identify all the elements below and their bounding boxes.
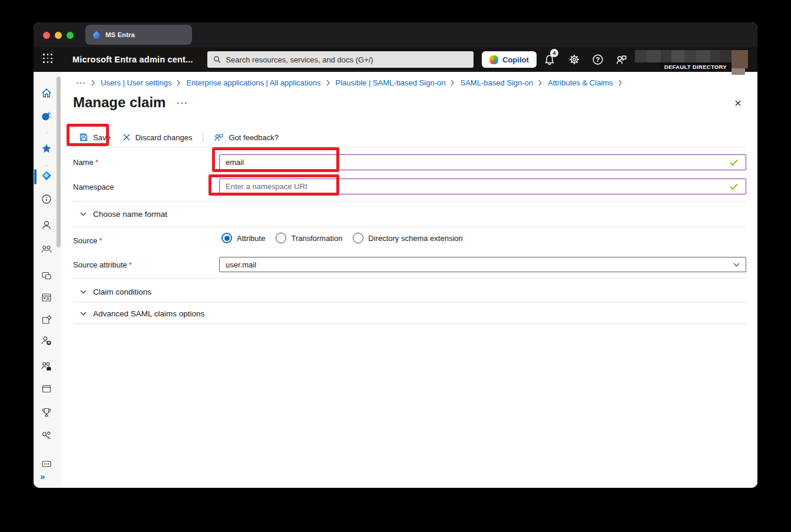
sidebar-item-home[interactable] — [40, 87, 53, 100]
sidebar-scrollbar[interactable] — [57, 77, 61, 247]
claim-conditions-section[interactable]: Claim conditions — [80, 285, 151, 299]
devices-icon — [41, 270, 52, 282]
radio-transformation[interactable]: Transformation — [276, 233, 342, 243]
name-input[interactable] — [219, 154, 746, 170]
divider — [73, 201, 746, 201]
required-mark: * — [129, 260, 132, 269]
awards-icon — [41, 407, 52, 418]
users-icon — [41, 219, 52, 231]
whats-new-icon — [41, 110, 52, 122]
divider — [73, 227, 746, 227]
app-title: Microsoft Entra admin cent... — [72, 47, 193, 72]
notification-count-badge: 4 — [550, 49, 558, 57]
zoom-window-button[interactable] — [67, 32, 74, 39]
search-input[interactable] — [226, 55, 468, 64]
copilot-button[interactable]: Copilot — [482, 51, 537, 68]
sidebar-item-users[interactable] — [40, 219, 53, 232]
copilot-icon — [489, 55, 498, 64]
divider — [73, 323, 746, 324]
sidebar-separator-dot — [46, 165, 47, 166]
discard-changes-button[interactable]: Discard changes — [117, 130, 198, 145]
chevron-right-icon — [451, 80, 455, 86]
sidebar-item-devices[interactable] — [40, 269, 53, 282]
sidebar-item-applications[interactable] — [40, 291, 53, 304]
sidebar-item-entra-id[interactable] — [40, 169, 53, 182]
sidebar-item-awards[interactable] — [40, 406, 53, 419]
advanced-saml-options-section[interactable]: Advanced SAML claims options — [80, 306, 204, 320]
search-icon — [213, 55, 221, 64]
radio-attribute[interactable]: Attribute — [221, 233, 265, 243]
choose-name-format-section[interactable]: Choose name format — [80, 207, 167, 221]
sidebar-item-roles-admins[interactable] — [40, 334, 53, 347]
close-panel-icon[interactable]: ✕ — [732, 97, 744, 110]
settings-gear-icon[interactable] — [568, 54, 580, 65]
radio-unselected-icon — [353, 233, 363, 243]
screen: MS Entra Microsoft Entra admin cent... C… — [0, 0, 791, 532]
chevron-down-icon — [80, 212, 87, 216]
account-name-blurred — [635, 50, 732, 62]
billing-icon — [41, 383, 52, 395]
breadcrumb-item[interactable]: Plausible | SAML-based Sign-on — [336, 78, 446, 87]
minimize-window-button[interactable] — [55, 32, 62, 39]
sidebar-item-overview[interactable] — [40, 193, 53, 206]
source-attribute-field-label: Source attribute* — [73, 260, 132, 269]
sidebar-expand-button[interactable]: » — [40, 471, 44, 481]
tab-title: MS Entra — [105, 31, 135, 38]
identity-keys-icon — [41, 430, 52, 442]
directory-label: DEFAULT DIRECTORY — [660, 62, 732, 71]
save-button[interactable]: Save — [73, 130, 117, 145]
namespace-input[interactable] — [219, 179, 746, 194]
feedback-label: Got feedback? — [229, 133, 279, 142]
breadcrumb-item[interactable]: Enterprise applications | All applicatio… — [186, 78, 320, 87]
sidebar-item-external-identities[interactable] — [40, 360, 53, 373]
entra-header: Microsoft Entra admin cent... Copilot 4 — [34, 47, 757, 72]
chevron-down-icon — [80, 290, 87, 294]
source-radio-group: Attribute Transformation Directory schem… — [221, 231, 463, 245]
breadcrumb-item[interactable]: SAML-based Sign-on — [460, 78, 533, 87]
sidebar-item-favorites[interactable] — [40, 142, 53, 155]
section-label: Advanced SAML claims options — [93, 309, 204, 318]
source-attribute-dropdown[interactable]: user.mail — [219, 257, 746, 272]
close-window-button[interactable] — [43, 32, 50, 39]
help-icon[interactable]: ? — [592, 54, 604, 65]
divider — [73, 302, 746, 302]
sidebar-item-identity-protection[interactable] — [40, 429, 53, 442]
avatar[interactable] — [732, 50, 748, 68]
chevron-right-icon — [91, 80, 95, 86]
title-more-button[interactable]: ··· — [177, 98, 188, 108]
breadcrumb: ··· Users | User settings Enterprise app… — [77, 78, 623, 87]
chevron-right-icon — [538, 80, 542, 86]
browser-window: MS Entra Microsoft Entra admin cent... C… — [34, 22, 757, 488]
svg-text:?: ? — [596, 56, 600, 63]
sidebar-item-whats-new[interactable] — [40, 110, 53, 123]
sidebar-nav: » — [34, 72, 61, 488]
got-feedback-button[interactable]: Got feedback? — [208, 130, 284, 145]
sidebar-selected-indicator — [34, 169, 37, 184]
radio-directory-schema-extension[interactable]: Directory schema extension — [353, 233, 462, 243]
required-mark: * — [95, 158, 98, 167]
feedback-icon[interactable] — [615, 54, 627, 65]
radio-selected-icon — [221, 233, 232, 243]
sidebar-item-groups[interactable] — [40, 243, 53, 256]
waffle-menu-icon[interactable] — [43, 54, 55, 65]
browser-tab[interactable]: MS Entra — [85, 25, 192, 45]
sidebar-item-licenses[interactable] — [40, 457, 53, 470]
breadcrumb-overflow[interactable]: ··· — [77, 78, 86, 87]
sidebar-item-app-proxy[interactable] — [40, 313, 53, 326]
toolbar-divider — [203, 133, 203, 143]
sidebar-separator-dot — [46, 132, 47, 133]
breadcrumb-item[interactable]: Attributes & Claims — [548, 78, 613, 87]
license-card-icon — [41, 458, 52, 470]
required-mark: * — [99, 236, 102, 245]
save-disk-icon — [79, 133, 88, 142]
macos-titlebar: MS Entra — [34, 22, 757, 47]
source-field-label: Source* — [73, 236, 102, 245]
global-search[interactable] — [207, 51, 474, 68]
divider — [73, 278, 746, 279]
command-bar: Save Discard changes Got f — [73, 130, 284, 145]
manage-claim-panel: ··· Users | User settings Enterprise app… — [61, 72, 757, 488]
breadcrumb-item[interactable]: Users | User settings — [101, 78, 171, 87]
ms-entra-favicon-icon — [92, 31, 101, 39]
avatar-blur-fragment — [732, 68, 745, 75]
sidebar-item-billing[interactable] — [40, 382, 53, 395]
